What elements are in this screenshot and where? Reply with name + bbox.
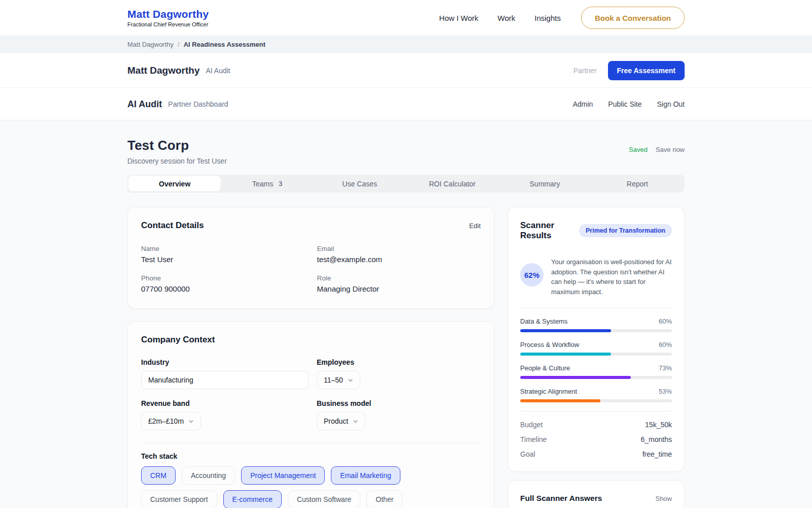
metric-value: 60% [659, 341, 672, 348]
tab-count-badge: 3 [279, 180, 282, 187]
scanner-results-title: Scanner Results [520, 220, 572, 241]
detail-goal: Goalfree_time [520, 450, 672, 458]
divider [520, 308, 672, 308]
metric-head: Process & Workflow60% [520, 341, 672, 348]
chip-email-marketing[interactable]: Email Marketing [331, 466, 400, 485]
business-model-select[interactable]: Product [317, 412, 365, 430]
employees-select[interactable]: 11–50 [317, 371, 360, 389]
site-logo[interactable]: Matt Dagworthy Fractional Chief Revenue … [127, 8, 209, 27]
chip-project-management[interactable]: Project Management [241, 466, 325, 485]
session-title-row: Test Corp Discovery session for Test Use… [127, 138, 685, 165]
business-model-field: Business model Product [317, 399, 481, 430]
nav-link-work[interactable]: Work [498, 14, 516, 22]
app-header: Matt Dagworthy AI Audit Partner Free Ass… [0, 53, 812, 88]
app-subtitle: AI Audit [206, 67, 230, 75]
chip-custom-software[interactable]: Custom Software [288, 490, 360, 508]
nav-link-how-i-work[interactable]: How I Work [439, 14, 478, 22]
dash-link-admin[interactable]: Admin [573, 100, 593, 108]
metric-label: People & Culture [520, 364, 570, 372]
chevron-down-icon [188, 419, 194, 424]
detail-label: Timeline [520, 435, 547, 443]
field-value: 07700 900000 [141, 284, 305, 293]
divider [141, 442, 481, 443]
tab-overview[interactable]: Overview [128, 176, 221, 192]
chip-customer-support[interactable]: Customer Support [141, 490, 217, 508]
edit-button[interactable]: Edit [469, 222, 481, 230]
revenue-band-field: Revenue band £2m–£10m [141, 399, 317, 430]
tab-bar: OverviewTeams3Use CasesROI CalculatorSum… [127, 175, 685, 193]
revenue-band-label: Revenue band [141, 399, 317, 407]
tab-use-cases[interactable]: Use Cases [314, 176, 406, 192]
progress-fill [520, 399, 600, 402]
revenue-band-select[interactable]: £2m–£10m [141, 412, 201, 430]
contact-field-phone: Phone07700 900000 [141, 274, 305, 293]
contact-fields: NameTest UserEmailtest@example.comPhone0… [141, 245, 481, 293]
employees-label: Employees [317, 358, 481, 366]
app-title: Matt Dagworthy [127, 65, 200, 76]
detail-label: Budget [520, 421, 543, 429]
company-context-card: Company Context Industry Employees 11–50 [127, 321, 494, 508]
breadcrumb-parent[interactable]: Matt Dagworthy [127, 41, 174, 48]
field-value: test@example.com [317, 255, 481, 264]
metric-value: 73% [659, 364, 672, 372]
employees-value: 11–50 [324, 376, 343, 384]
book-conversation-button[interactable]: Book a Conversation [581, 7, 685, 29]
contact-details-card: Contact Details Edit NameTest UserEmailt… [127, 207, 494, 309]
tab-label: Report [627, 180, 648, 188]
field-label: Email [317, 245, 481, 252]
detail-value: 15k_50k [645, 421, 672, 429]
show-toggle[interactable]: Show [655, 495, 672, 502]
detail-timeline: Timeline6_months [520, 435, 672, 443]
tab-report[interactable]: Report [591, 176, 684, 192]
full-scanner-answers-card: Full Scanner Answers Show [507, 480, 685, 508]
tab-label: Summary [530, 180, 560, 188]
metric-head: People & Culture73% [520, 364, 672, 372]
dash-link-public-site[interactable]: Public Site [608, 100, 641, 108]
tab-summary[interactable]: Summary [498, 176, 591, 192]
field-value: Managing Director [317, 284, 481, 293]
score-row: 62% Your organisation is well-positioned… [520, 257, 672, 297]
status-badge: Primed for Transformation [579, 224, 672, 237]
progress-track [520, 353, 672, 356]
field-label: Phone [141, 274, 305, 282]
main-nav: How I WorkWorkInsights [439, 14, 561, 22]
site-header: Matt Dagworthy Fractional Chief Revenue … [0, 0, 812, 36]
field-label: Name [141, 245, 305, 252]
chip-e-commerce[interactable]: E-commerce [223, 490, 282, 508]
contact-details-title: Contact Details [141, 220, 204, 231]
metric-head: Strategic Alignment53% [520, 388, 672, 395]
free-assessment-button[interactable]: Free Assessment [608, 61, 685, 80]
metric-label: Data & Systems [520, 318, 567, 325]
scanner-metrics: Data & Systems60%Process & Workflow60%Pe… [520, 318, 672, 402]
contact-field-name: NameTest User [141, 245, 305, 264]
tab-roi-calculator[interactable]: ROI Calculator [406, 176, 498, 192]
chip-crm[interactable]: CRM [141, 466, 176, 485]
save-now-button[interactable]: Save now [656, 146, 685, 153]
nav-link-insights[interactable]: Insights [534, 14, 561, 22]
chevron-down-icon [353, 419, 358, 424]
logo-subtitle: Fractional Chief Revenue Officer [127, 21, 209, 27]
dashboard-header: AI Audit Partner Dashboard AdminPublic S… [0, 88, 812, 120]
detail-value: free_time [642, 450, 672, 458]
industry-field: Industry [141, 358, 317, 389]
progress-track [520, 399, 672, 402]
detail-label: Goal [520, 450, 535, 458]
metric-value: 60% [659, 318, 672, 325]
full-scanner-answers-title: Full Scanner Answers [520, 494, 602, 503]
chip-other[interactable]: Other [366, 490, 402, 508]
divider [520, 411, 672, 411]
dash-link-sign-out[interactable]: Sign Out [657, 100, 685, 108]
metric-process-workflow: Process & Workflow60% [520, 341, 672, 356]
tab-teams[interactable]: Teams3 [221, 176, 313, 192]
breadcrumb-bar: Matt Dagworthy / AI Readiness Assessment [0, 36, 812, 53]
industry-input[interactable] [141, 371, 309, 389]
chip-accounting[interactable]: Accounting [182, 466, 235, 485]
main-content: Test Corp Discovery session for Test Use… [0, 120, 812, 508]
tech-stack-label: Tech stack [141, 452, 481, 460]
metric-value: 53% [659, 388, 672, 395]
progress-fill [520, 376, 631, 379]
tab-label: ROI Calculator [429, 180, 476, 188]
save-status: Saved [629, 146, 648, 153]
tech-stack-chips: CRMAccountingProject ManagementEmail Mar… [141, 466, 481, 508]
progress-track [520, 376, 672, 379]
